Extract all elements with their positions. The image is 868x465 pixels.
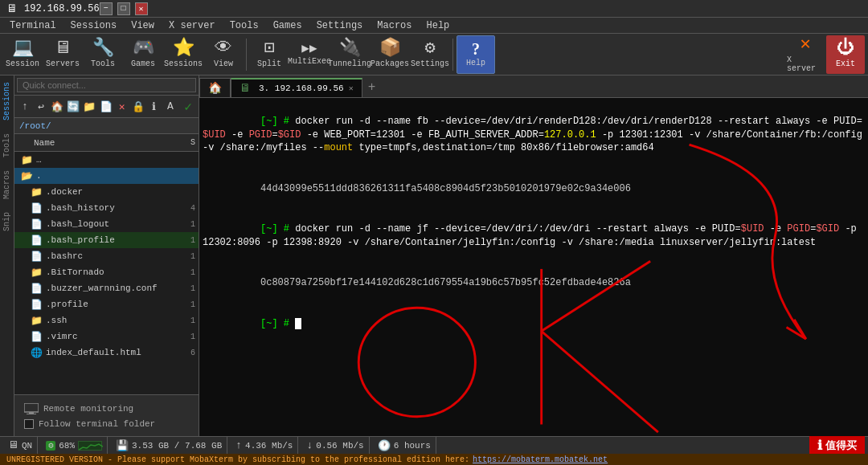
toolbar-exit[interactable]: ⏻ Exit (826, 35, 865, 74)
tree-item-dot[interactable]: 📂 . (14, 168, 199, 184)
tab-close-button[interactable]: ✕ (349, 84, 354, 93)
menu-xserver[interactable]: X server (162, 18, 222, 33)
tab-session1[interactable]: 🖥 3. 192.168.99.56 ✕ (231, 78, 362, 97)
tab-add-button[interactable]: + (362, 78, 382, 97)
file-icon: 📄 (31, 299, 43, 311)
toolbar-settings[interactable]: ⚙ Settings (411, 35, 449, 74)
tree-item-vimrc[interactable]: 📄 .vimrc 1 (14, 328, 199, 345)
tree-item-bash-history[interactable]: 📄 .bash_history 4 (14, 200, 199, 216)
content-area: Sessions Tools Macros Snip ↑ ↩ 🏠 🔄 📁 📄 ✕… (0, 75, 868, 436)
tree-item-ssh[interactable]: 📁 .ssh 1 (14, 312, 199, 328)
titlebar: 🖥 192.168.99.56 − □ ✕ (0, 0, 868, 18)
tabbar: 🏠 🖥 3. 192.168.99.56 ✕ + (199, 75, 868, 98)
tree-item-profile[interactable]: 📄 .profile 1 (14, 296, 199, 312)
settings-label: Settings (411, 59, 449, 68)
tree-item-bash-profile[interactable]: 📄 .bash_profile 1 (14, 232, 199, 248)
side-tab-tools[interactable]: Tools (1, 130, 13, 161)
cursor (295, 318, 301, 329)
toolbar-tools[interactable]: 🔧 Tools (84, 35, 122, 74)
menu-macros[interactable]: Macros (371, 18, 418, 33)
toolbar-split[interactable]: ⊡ Split (250, 35, 289, 74)
tree-item-bash-logout[interactable]: 📄 .bash_logout 1 (14, 216, 199, 232)
toolbar-multiexec[interactable]: ▶▶ MultiExec (290, 35, 329, 74)
terminal-area[interactable]: [~] # docker run -d --name fb --device=/… (199, 98, 868, 436)
fb-newfile[interactable]: 📄 (98, 99, 113, 115)
toolbar-packages[interactable]: 📦 Packages (371, 35, 409, 74)
fb-nav-up[interactable]: ↑ (18, 99, 32, 115)
unregistered-link[interactable]: https://mobaterm.mobatek.net (473, 455, 608, 464)
svg-rect-1 (29, 412, 34, 414)
fb-nav-back[interactable]: ↩ (34, 99, 48, 115)
tree-item-bittornado[interactable]: 📁 .BitTornado 1 (14, 264, 199, 280)
side-tab-snip[interactable]: Snip (1, 209, 13, 235)
minimize-button[interactable]: − (100, 2, 113, 15)
fb-info[interactable]: ℹ (147, 99, 162, 115)
toolbar-tunneling[interactable]: 🔌 Tunneling (330, 35, 369, 74)
toolbar-session[interactable]: 💻 Session (3, 35, 42, 74)
tree-item-bashrc[interactable]: 📄 .bashrc 1 (14, 248, 199, 264)
menu-help[interactable]: Help (420, 18, 457, 33)
fb-newfolder[interactable]: 📁 (82, 99, 96, 115)
fb-delete[interactable]: ✕ (115, 99, 129, 115)
tab-session-icon: 🖥 (240, 82, 251, 95)
menu-games[interactable]: Games (267, 18, 309, 33)
side-tab-sessions[interactable]: Sessions (1, 79, 13, 124)
toolbar-games[interactable]: 🎮 Games (124, 35, 162, 74)
side-tab-macros[interactable]: Macros (1, 167, 13, 202)
svg-line-6 (542, 331, 658, 432)
menu-terminal[interactable]: Terminal (3, 18, 63, 33)
svg-rect-0 (24, 403, 39, 412)
cpu-indicator: ⚙ (46, 441, 55, 451)
filebrowser: ↑ ↩ 🏠 🔄 📁 📄 ✕ 🔒 ℹ A ✓ /root/ Name S (14, 75, 199, 436)
quick-connect-input[interactable] (17, 78, 196, 92)
menu-sessions[interactable]: Sessions (64, 18, 124, 33)
toolbar-xserver[interactable]: ✕ X server (786, 35, 825, 74)
help-icon: ? (472, 41, 480, 57)
fb-home[interactable]: 🏠 (50, 99, 64, 115)
terminal-wrapper: 🏠 🖥 3. 192.168.99.56 ✕ + [~] # docker ru… (199, 75, 868, 436)
tree-item-index[interactable]: 🌐 index_default.html 6 (14, 345, 199, 361)
toolbar-sessions[interactable]: ⭐ Sessions (164, 35, 203, 74)
exit-label: Exit (836, 59, 855, 68)
status-time: 🕐 6 hours (373, 437, 436, 454)
filebrowser-tree: 📁 … 📂 . 📁 .docker 📄 .bash_history 4 (14, 152, 199, 394)
multiexec-label: MultiExec (288, 57, 331, 66)
file-icon: 📄 (31, 218, 43, 230)
clock-icon: 🕐 (378, 439, 391, 452)
fb-permissions[interactable]: 🔒 (131, 99, 145, 115)
servers-icon: 🖥 (54, 40, 72, 58)
upload-icon: ↑ (235, 439, 242, 451)
folder-icon: 📁 (21, 154, 33, 166)
remote-monitoring-row: Remote monitoring (18, 403, 195, 414)
watermark-icon: ℹ (817, 438, 822, 453)
menu-settings[interactable]: Settings (310, 18, 370, 33)
titlebar-controls: − □ ✕ (100, 2, 148, 15)
toolbar-servers[interactable]: 🖥 Servers (43, 35, 82, 74)
fb-refresh[interactable]: 🔄 (66, 99, 80, 115)
follow-terminal-label: Follow terminal folder (39, 419, 155, 429)
folder-open-icon: 📂 (21, 170, 33, 182)
home-icon: 🏠 (208, 81, 222, 95)
follow-terminal-row[interactable]: Follow terminal folder (18, 419, 195, 429)
fb-font[interactable]: A (163, 99, 178, 115)
maximize-button[interactable]: □ (117, 2, 130, 15)
tree-item-dotdot[interactable]: 📁 … (14, 152, 199, 168)
menu-tools[interactable]: Tools (223, 18, 265, 33)
packages-label: Packages (371, 59, 409, 68)
close-button[interactable]: ✕ (135, 2, 148, 15)
menu-view[interactable]: View (125, 18, 161, 33)
folder-icon: 📁 (31, 186, 43, 198)
follow-terminal-checkbox[interactable] (24, 419, 34, 429)
toolbar-view[interactable]: 👁 View (204, 35, 243, 74)
filebrowser-bottom: Remote monitoring Follow terminal folder (14, 394, 199, 436)
toolbar-help[interactable]: ? Help (457, 35, 495, 74)
tab-session1-label: 3. 192.168.99.56 (259, 84, 344, 93)
tree-item-buzzer[interactable]: 📄 .buzzer_warnning.conf 1 (14, 280, 199, 296)
app: 🖥 192.168.99.56 − □ ✕ Terminal Sessions … (0, 0, 868, 465)
tab-home[interactable]: 🏠 (199, 78, 231, 97)
exit-icon: ⏻ (837, 40, 854, 58)
filebrowser-cols: Name S (14, 134, 199, 152)
terminal-line-5: [~] # (203, 304, 865, 344)
tree-item-docker[interactable]: 📁 .docker (14, 184, 199, 200)
folder-icon: 📁 (31, 315, 43, 327)
